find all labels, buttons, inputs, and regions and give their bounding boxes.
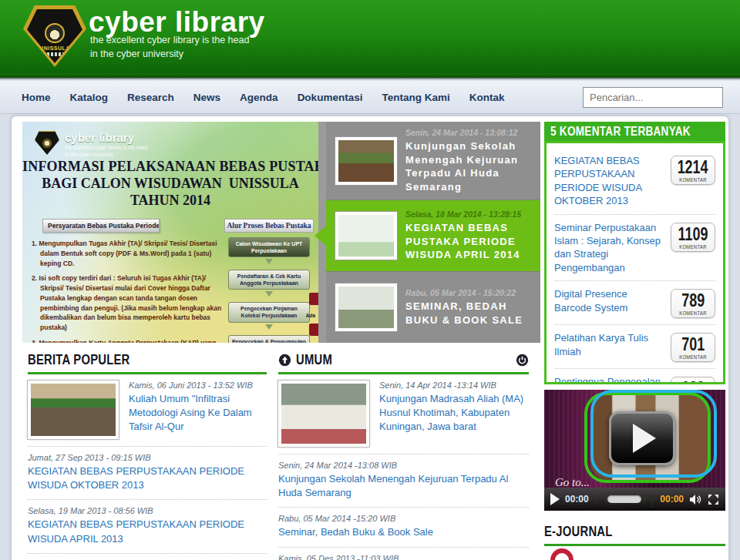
news-thumbnail (335, 283, 397, 331)
news-date: Kamis, 05 Des 2013 -11:03 WIB (278, 554, 529, 560)
comment-item[interactable]: Pelatihan Karya Tulis Ilmiah 701 KOMENTA… (554, 324, 715, 368)
main-navbar: Home Katalog Research News Agenda Dokume… (0, 81, 740, 114)
poster-flowchart: Calon Wisudawan Ke UPT Perpustakaan Pend… (224, 237, 314, 343)
nav-item-dokumentasi[interactable]: Dokumentasi (298, 92, 363, 103)
ejournal-logo (550, 548, 574, 560)
nav-item-news[interactable]: News (193, 92, 220, 103)
video-player[interactable]: Go to... Cyber Library 00:00 00:00 (544, 390, 725, 511)
comment-item[interactable]: Digital Presence Barcode System 789 KOME… (554, 280, 715, 324)
news-list-item[interactable]: Senin, 14 Apr 2014 -13:14 WIB Kunjungan … (278, 374, 529, 454)
news-date: Jumat, 27 Sep 2013 - 09:15 WIB (28, 453, 267, 462)
flow-step: Calon Wisudawan Ke UPT Perpustakaan (228, 237, 310, 257)
tagline-line1: the excellent cyber library is the head (90, 33, 249, 47)
comment-link[interactable]: Pelatihan Karya Tulis Ilmiah (554, 331, 671, 358)
news-thumbnail (335, 212, 397, 260)
down-arrow-icon (265, 259, 273, 268)
poster-rule: 1. Mengumpulkan Tugas Akhir (TA)/ Skrips… (32, 239, 223, 268)
poster-requirements-list: 1. Mengumpulkan Tugas Akhir (TA)/ Skrips… (32, 239, 223, 343)
berita-populer-header: BERITA POPULER (28, 351, 267, 368)
news-thumbnail[interactable] (28, 381, 119, 439)
nav-item-research[interactable]: Research (127, 92, 174, 103)
logo-text: UNISSULA (39, 45, 70, 51)
news-thumbnail[interactable] (278, 381, 369, 447)
scroll-up-circle-icon[interactable] (278, 354, 291, 367)
news-list-item[interactable]: Kamis, 05 Des 2013 -11:03 WIB Seminar Pe… (278, 547, 529, 560)
arabic-script-decoration (39, 52, 70, 56)
news-link[interactable]: Kuliah Umum "Infiltrasi Metodologi Asing… (129, 392, 267, 434)
nav-item-agenda[interactable]: Agenda (240, 92, 278, 103)
news-list-item[interactable]: Jumat, 27 Sep 2013 - 09:15 WIB KEGIATAN … (28, 446, 267, 499)
fullscreen-icon[interactable] (708, 494, 719, 505)
video-control-bar: 00:00 00:00 (544, 488, 725, 511)
flow-step: Pengecekan Pinjaman Koleksi Perpustakaan (228, 302, 310, 322)
poster-brand-tagline1: the excellent cyber library is the head (65, 144, 147, 151)
poster-brand-tagline2: in the cyber university (65, 151, 147, 158)
news-date: Rabu, 05 Mar 2014 -15:20 WIB (278, 514, 529, 523)
news-date: Kamis, 06 Juni 2013 - 13:52 WIB (129, 381, 267, 390)
video-play-button[interactable] (609, 411, 675, 465)
nav-item-tentang-kami[interactable]: Tentang Kami (382, 92, 449, 103)
poster-rule: 3. Mengumpulkan Kartu Anggota Perpustaka… (32, 338, 223, 343)
comment-count: 789 (681, 292, 705, 310)
news-date: Senin, 24 Mar 2014 -13:08 WIB (278, 461, 529, 470)
search-input[interactable] (583, 87, 723, 108)
poster-brand: cyber library the excellent cyber librar… (35, 131, 147, 158)
unissula-logo[interactable]: UNISSULA (23, 5, 86, 67)
site-tagline: the excellent cyber library is the head … (90, 33, 249, 61)
poster-requirements-heading: Persyaratan Bebas Pustaka Periode I 2014… (42, 219, 160, 233)
slider-news-list: Senin, 24 Mar 2014 - 13:08:12 Kunjungan … (326, 122, 540, 343)
berita-populer-title: BERITA POPULER (28, 351, 130, 368)
news-link[interactable]: Kunjungan Madrasah Aliah (MA) Husnul Kho… (379, 392, 529, 434)
video-progress-bar[interactable] (594, 495, 655, 503)
news-list-item[interactable]: Rabu, 05 Mar 2014 -15:20 WIB Seminar, Be… (278, 507, 529, 546)
comment-item[interactable]: KEGIATAN BEBAS PERPUSTAKAAN PERIODE WISU… (554, 148, 715, 214)
comment-link[interactable]: KEGIATAN BEBAS PERPUSTAKAAN PERIODE WISU… (554, 154, 671, 208)
featured-slider: cyber library the excellent cyber librar… (22, 122, 540, 343)
play-control-icon[interactable] (550, 493, 560, 505)
news-link[interactable]: Kunjungan Sekolah Menengah Kejuruan Terp… (278, 472, 529, 500)
comment-count-unit: KOMENTAR (674, 354, 712, 360)
news-list-item[interactable]: Kamis, 05 Des 2013 - 11:03 WIB Seminar P… (28, 553, 267, 560)
news-date: Selasa, 18 Mar 2014 - 13:28:15 (405, 210, 533, 219)
volume-icon[interactable] (689, 494, 702, 505)
comment-link[interactable]: Seminar Perpustakaan Islam : Sejarah, Ko… (554, 221, 671, 275)
top-comments-header: 5 KOMENTAR TERBANYAK (544, 122, 725, 141)
comment-item[interactable]: Seminar Perpustakaan Islam : Sejarah, Ko… (554, 214, 715, 281)
news-thumbnail (335, 137, 397, 185)
content-card: cyber library the excellent cyber librar… (11, 116, 729, 560)
comment-count-badge: 701 KOMENTAR (671, 333, 715, 362)
slider-poster[interactable]: cyber library the excellent cyber librar… (22, 122, 318, 343)
unissula-logo-inner: UNISSULA (27, 9, 82, 63)
comment-count: 629 (681, 380, 705, 384)
umum-header: UMUM (278, 351, 529, 368)
news-date: Senin, 14 Apr 2014 -13:14 WIB (379, 381, 529, 390)
search-box (583, 87, 723, 108)
news-list-item[interactable]: Senin, 24 Mar 2014 -13:08 WIB Kunjungan … (278, 454, 529, 507)
slider-news-item[interactable]: Rabu, 05 Mar 2014 - 15:20:22 SEMINAR, BE… (326, 272, 540, 343)
ejournal-title: E-JOURNAL (544, 523, 613, 540)
flow-side-label: Ada (306, 313, 315, 318)
flow-step: Pengecekan & Pengumpulan CD KTI/Skripsi/… (228, 335, 310, 343)
slider-news-item-active[interactable]: Selasa, 18 Mar 2014 - 13:28:15 KEGIATAN … (326, 200, 540, 272)
comment-link[interactable]: Digital Presence Barcode System (554, 287, 671, 314)
news-link[interactable]: Seminar, Bedah Buku & Book Sale (278, 525, 529, 539)
news-list-item[interactable]: Selasa, 19 Mar 2013 - 08:56 WIB KEGIATAN… (28, 499, 267, 552)
play-icon (633, 424, 656, 453)
nav-item-kontak[interactable]: Kontak (469, 92, 505, 103)
top-comments-box: KEGIATAN BEBAS PERPUSTAKAAN PERIODE WISU… (544, 141, 725, 384)
poster-title-line3: TAHUN 2014 (22, 193, 318, 209)
refresh-power-icon[interactable] (516, 354, 529, 367)
nav-item-home[interactable]: Home (22, 92, 51, 103)
nav-item-katalog[interactable]: Katalog (70, 92, 109, 103)
news-title: KEGIATAN BEBAS PUSTAKA PERIODE WISUDA AP… (405, 221, 533, 262)
news-title: SEMINAR, BEDAH BUKU & BOOK SALE (405, 300, 533, 327)
slider-news-item[interactable]: Senin, 24 Mar 2014 - 13:08:12 Kunjungan … (326, 122, 540, 200)
news-list-item[interactable]: Kamis, 06 Juni 2013 - 13:52 WIB Kuliah U… (28, 374, 267, 446)
comment-item[interactable]: Pentingnya Pengenalan Perpustakaan pada … (554, 368, 715, 384)
poster-rule: 2. Isi soft copy terdiri dari : Seluruh … (32, 273, 223, 333)
umum-title: UMUM (296, 351, 332, 368)
news-link[interactable]: KEGIATAN BEBAS PERPUSTAKAAN PERIODE WISU… (28, 518, 267, 545)
comment-link[interactable]: Pentingnya Pengenalan Perpustakaan pada … (554, 375, 671, 384)
news-link[interactable]: KEGIATAN BEBAS PERPUSTAKAAN PERIODE WISU… (28, 464, 267, 492)
mosque-emblem-icon (45, 23, 65, 43)
